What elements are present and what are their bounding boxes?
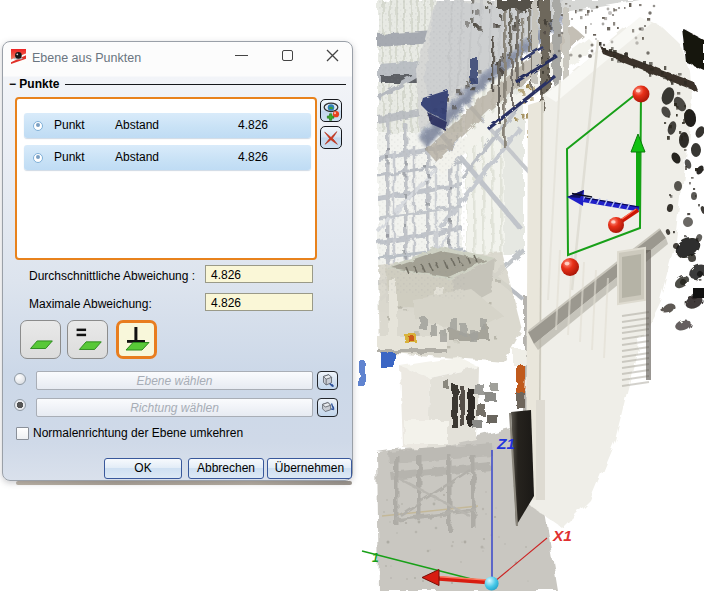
svg-text:1: 1 — [372, 551, 379, 565]
svg-text:Z1: Z1 — [496, 435, 515, 452]
svg-text:X1: X1 — [552, 527, 572, 544]
